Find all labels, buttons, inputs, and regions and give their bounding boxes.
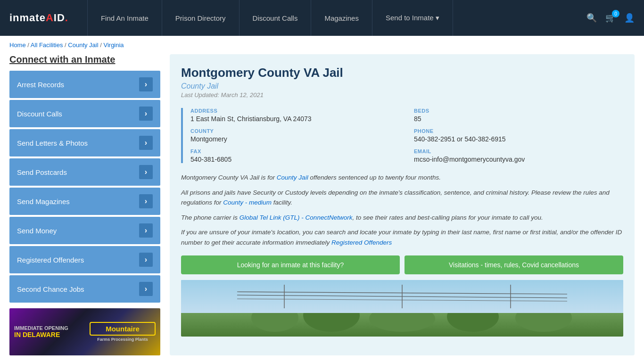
sidebar-menu: Arrest Records › Discount Calls › Send L… xyxy=(9,71,160,303)
breadcrumb-all-facilities[interactable]: All Facilities xyxy=(31,41,63,49)
cart-badge: 0 xyxy=(612,10,619,17)
county-jail-link[interactable]: County Jail xyxy=(277,174,308,181)
desc-1: Montgomery County VA Jail is for County … xyxy=(181,173,623,183)
svg-point-8 xyxy=(369,313,435,332)
sidebar-item-registered-offenders[interactable]: Registered Offenders › xyxy=(9,246,160,273)
facility-type: County Jail xyxy=(181,82,623,90)
sidebar-item-discount-calls[interactable]: Discount Calls › xyxy=(9,100,160,127)
chevron-right-icon: › xyxy=(139,165,153,179)
nav-magazines[interactable]: Magazines xyxy=(311,0,372,36)
svg-point-7 xyxy=(303,313,360,332)
nav-send-to-inmate[interactable]: Send to Inmate ▾ xyxy=(372,0,453,36)
sidebar-title: Connect with an Inmate xyxy=(9,54,160,65)
registered-offenders-link[interactable]: Registered Offenders xyxy=(331,239,392,246)
breadcrumb-state[interactable]: Virginia xyxy=(103,41,124,49)
desc-3: The phone carrier is Global Tel Link (GT… xyxy=(181,213,623,223)
main-content: Connect with an Inmate Arrest Records › … xyxy=(0,54,644,362)
photo-wires-svg xyxy=(181,285,623,308)
facility-info-grid: ADDRESS 1 East Main St, Christiansburg, … xyxy=(181,108,623,163)
beds-field: BEDS 85 xyxy=(414,108,623,123)
search-icon[interactable]: 🔍 xyxy=(586,13,597,23)
nav-discount-calls[interactable]: Discount Calls xyxy=(239,0,312,36)
breadcrumb-home[interactable]: Home xyxy=(9,41,26,49)
chevron-right-icon: › xyxy=(139,253,153,267)
breadcrumb-county-jail[interactable]: County Jail xyxy=(68,41,98,49)
desc-4: If you are unsure of your inmate's locat… xyxy=(181,227,623,247)
gtl-link[interactable]: Global Tel Link (GTL) - ConnectNetwork xyxy=(239,214,353,221)
email-field: EMAIL mcso-info@montgomerycountyva.gov xyxy=(414,148,623,163)
chevron-right-icon: › xyxy=(139,107,153,121)
sidebar-item-second-chance-jobs[interactable]: Second Chance Jobs › xyxy=(9,275,160,303)
county-field: COUNTY Montgomery xyxy=(190,128,400,143)
sidebar-item-send-money[interactable]: Send Money › xyxy=(9,217,160,244)
main-nav: Find An Inmate Prison Directory Discount… xyxy=(87,0,586,36)
find-inmate-button[interactable]: Looking for an inmate at this facility? xyxy=(181,255,400,274)
chevron-right-icon: › xyxy=(139,223,153,238)
phone-field: PHONE 540-382-2951 or 540-382-6915 xyxy=(414,128,623,143)
facility-name: Montgomery County VA Jail xyxy=(181,66,623,80)
ad-banner[interactable]: IMMEDIATE OPENING IN DELAWARE Mountaire … xyxy=(9,308,160,355)
chevron-right-icon: › xyxy=(139,77,153,91)
last-updated: Last Updated: March 12, 2021 xyxy=(181,91,623,99)
desc-2: All prisons and jails have Security or C… xyxy=(181,188,623,208)
sidebar: Connect with an Inmate Arrest Records › … xyxy=(9,54,160,355)
fax-field: FAX 540-381-6805 xyxy=(190,148,400,163)
logo[interactable]: inmateAID. xyxy=(9,12,68,24)
sidebar-item-send-magazines[interactable]: Send Magazines › xyxy=(9,188,160,215)
action-buttons: Looking for an inmate at this facility? … xyxy=(181,255,623,274)
cart-icon[interactable]: 🛒 0 xyxy=(605,13,616,23)
facility-panel: Montgomery County VA Jail County Jail La… xyxy=(170,54,635,355)
sidebar-item-send-letters[interactable]: Send Letters & Photos › xyxy=(9,129,160,156)
header-icons: 🔍 🛒 0 👤 xyxy=(586,13,635,23)
address-field: ADDRESS 1 East Main St, Christiansburg, … xyxy=(190,108,400,123)
chevron-right-icon: › xyxy=(139,194,153,208)
nav-prison-directory[interactable]: Prison Directory xyxy=(162,0,239,36)
sidebar-item-send-postcards[interactable]: Send Postcards › xyxy=(9,158,160,186)
nav-find-inmate[interactable]: Find An Inmate xyxy=(87,0,162,36)
svg-point-6 xyxy=(251,313,298,332)
svg-point-9 xyxy=(447,313,499,332)
svg-point-10 xyxy=(515,313,572,332)
county-medium-link[interactable]: County - medium xyxy=(223,199,272,206)
user-icon[interactable]: 👤 xyxy=(624,13,635,23)
facility-photo xyxy=(181,280,623,337)
header: inmateAID. Find An Inmate Prison Directo… xyxy=(0,0,644,36)
visitations-button[interactable]: Visitations - times, rules, Covid cancel… xyxy=(405,255,623,274)
chevron-right-icon: › xyxy=(139,282,153,296)
sidebar-item-arrest-records[interactable]: Arrest Records › xyxy=(9,71,160,98)
chevron-right-icon: › xyxy=(139,136,153,150)
breadcrumb: Home / All Facilities / County Jail / Vi… xyxy=(0,36,644,54)
